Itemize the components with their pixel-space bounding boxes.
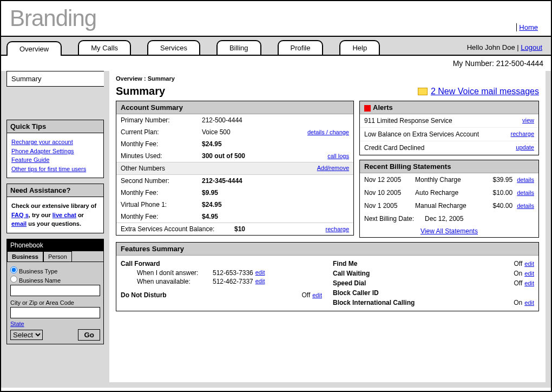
tip-firsttime[interactable]: Other tips for first time users <box>11 166 86 172</box>
add-remove-link[interactable]: Add/remove <box>317 165 349 172</box>
features-title: Features Summary <box>116 243 538 256</box>
sd-edit[interactable]: edit <box>524 280 534 286</box>
user-greeting: Hello John Doe <box>467 43 515 51</box>
tip-feature-guide[interactable]: Feature Guide <box>11 156 49 163</box>
go-button[interactable]: Go <box>78 329 100 341</box>
main-tabs: Overview My Calls Services Billing Profi… <box>6 40 380 55</box>
quick-tips-box: Quick Tips Recharge your account Phone A… <box>6 120 104 178</box>
email-link[interactable]: email <box>11 220 27 227</box>
dnd-edit[interactable]: edit <box>312 292 322 298</box>
logout-link[interactable]: Logout <box>521 43 542 51</box>
faq-link[interactable]: FAQ s <box>11 212 29 218</box>
state-select[interactable]: Select <box>10 330 43 340</box>
billing-title: Recent Billing Statements <box>360 160 538 173</box>
call-logs-link[interactable]: call logs <box>327 153 349 159</box>
findme-edit[interactable]: edit <box>524 260 534 267</box>
billing-details-link[interactable]: details <box>517 177 534 183</box>
alerts-title: Alerts <box>360 101 538 114</box>
assist-box: Need Assistance? Check our extensive lib… <box>6 184 104 233</box>
breadcrumb: Overview : Summary <box>116 75 539 82</box>
alert-update-link[interactable]: update <box>516 144 534 152</box>
cf-noans-edit[interactable]: edit <box>255 269 265 277</box>
city-label: City or Zip or Area Code <box>10 299 100 306</box>
alert-view-link[interactable]: view <box>522 117 534 125</box>
tip-recharge[interactable]: Recharge your account <box>11 139 73 145</box>
radio-business-name[interactable]: Business Name <box>10 276 100 284</box>
quick-tips-title: Quick Tips <box>7 120 103 133</box>
features-panel: Features Summary Call Forward When I don… <box>116 242 539 311</box>
radio-business-type[interactable]: Business Type <box>10 266 100 275</box>
tab-profile[interactable]: Profile <box>278 40 324 55</box>
alerts-panel: Alerts 911 Limited Response Serviceview … <box>359 101 539 155</box>
tab-services[interactable]: Services <box>147 40 200 55</box>
billing-panel: Recent Billing Statements Nov 12 2005Mon… <box>359 160 539 238</box>
billing-details-link[interactable]: details <box>517 190 534 196</box>
recharge-link[interactable]: recharge <box>326 226 349 232</box>
my-number: My Number: 212-500-4444 <box>1 55 551 71</box>
cf-unavail-edit[interactable]: edit <box>255 278 265 285</box>
phonebook-title: Phonebook <box>7 239 103 251</box>
phonebook-widget: Phonebook Business Person Business Type … <box>6 239 104 344</box>
state-link[interactable]: State <box>10 321 24 327</box>
user-info: Hello John Doe | Logout <box>467 43 546 51</box>
account-summary-title: Account Summary <box>116 101 353 114</box>
home-link[interactable]: Home <box>516 23 542 31</box>
tip-adapter[interactable]: Phone Adapter Settings <box>11 148 74 154</box>
bic-edit[interactable]: edit <box>524 299 534 306</box>
alert-icon <box>364 105 371 112</box>
brand-logo: Branding <box>10 5 96 31</box>
page-title: Summary <box>116 85 165 97</box>
tab-billing[interactable]: Billing <box>216 40 261 55</box>
pbtab-person[interactable]: Person <box>43 251 72 262</box>
envelope-icon <box>418 88 428 95</box>
city-input[interactable] <box>10 307 100 318</box>
pbtab-business[interactable]: Business <box>7 251 43 262</box>
billing-details-link[interactable]: details <box>517 202 534 209</box>
business-input[interactable] <box>10 285 100 296</box>
plan-details-link[interactable]: details / change <box>307 129 349 135</box>
account-summary-panel: Account Summary Primary Number:212-500-4… <box>116 101 354 236</box>
tab-overview[interactable]: Overview <box>6 41 62 56</box>
cw-edit[interactable]: edit <box>524 270 534 277</box>
sidebar-summary[interactable]: Summary <box>6 71 104 87</box>
alert-recharge-link[interactable]: recharge <box>511 130 534 138</box>
view-all-statements-link[interactable]: View All Statements <box>420 227 478 235</box>
voicemail-link[interactable]: 2 New Voice mail messages <box>418 87 539 96</box>
tab-help[interactable]: Help <box>339 40 380 55</box>
assist-title: Need Assistance? <box>7 184 103 197</box>
tab-mycalls[interactable]: My Calls <box>78 40 131 55</box>
livechat-link[interactable]: live chat <box>52 212 76 218</box>
